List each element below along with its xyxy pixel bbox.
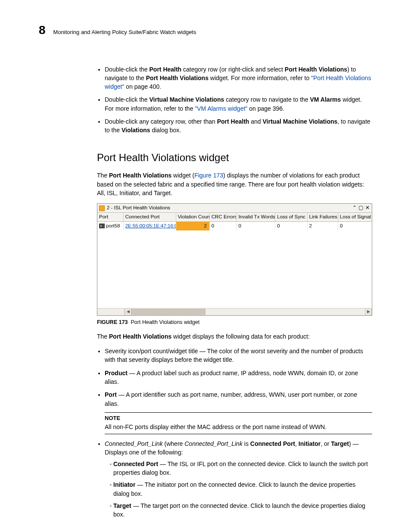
bullet-other-violations: Double-click any category row, other tha…	[105, 117, 372, 135]
running-title: Monitoring and Alerting Policy Suite/Fab…	[53, 28, 196, 37]
maximize-icon[interactable]: ▢	[358, 205, 364, 211]
cell-lf: 2	[308, 222, 338, 230]
widget-column-headers: Port Connected Port Violation Count CRC …	[97, 213, 372, 222]
bullet-vm-violations: Double-click the Virtual Machine Violati…	[105, 95, 372, 113]
intro-bullets: Double-click the Port Health category ro…	[97, 65, 372, 135]
switch-icon	[99, 224, 105, 228]
col-loss-signal[interactable]: Loss of Signal	[338, 213, 372, 221]
phv-widget: 2 - ISL Port Health Violations ⌃ ▢ ✕ Por…	[97, 203, 372, 315]
cell-crc: 0	[210, 222, 237, 230]
cell-connected-port[interactable]: 2E:55:00:05:1E:47:16:00	[124, 222, 176, 230]
page-header: 8 Monitoring and Alerting Policy Suite/F…	[39, 22, 372, 39]
cell-port: port58	[97, 222, 124, 230]
scroll-thumb[interactable]	[131, 309, 206, 315]
col-link-failures[interactable]: Link Failures	[308, 213, 338, 221]
widget-desc-paragraph: The Port Health Violations widget displa…	[97, 332, 372, 341]
note-text: All non-FC ports display either the MAC …	[105, 423, 372, 431]
h-scrollbar[interactable]: ◀ ▶	[97, 308, 372, 315]
widget-empty-area	[97, 230, 372, 308]
close-icon[interactable]: ✕	[364, 205, 370, 211]
bullet-port: Port — A port identifier such as port na…	[105, 390, 372, 434]
cell-lsg: 0	[338, 222, 372, 230]
sub-bullets: Connected Port — The ISL or IFL port on …	[105, 460, 372, 519]
col-connected-port[interactable]: Connected Port	[124, 213, 176, 221]
note-label: NOTE	[105, 414, 372, 423]
sub-initiator: Initiator — The initiator port on the co…	[113, 480, 372, 498]
sub-target: Target — The target port on the connecte…	[113, 501, 372, 519]
widget-title-text: 2 - ISL Port Health Violations	[107, 205, 352, 211]
field-bullets: Severity icon/port count/widget title — …	[97, 347, 372, 519]
link-figure-173[interactable]: Figure 173	[194, 172, 223, 179]
scroll-right-icon[interactable]: ▶	[365, 308, 372, 315]
note-box: NOTE All non-FC ports display either the…	[105, 412, 372, 434]
col-invalid-tx[interactable]: Invalid Tx Words	[237, 213, 275, 221]
widget-titlebar: 2 - ISL Port Health Violations ⌃ ▢ ✕	[97, 204, 372, 213]
col-loss-sync[interactable]: Loss of Sync	[275, 213, 307, 221]
table-row[interactable]: port58 2E:55:00:05:1E:47:16:00 2 0 0 0 2…	[97, 222, 372, 230]
sub-connected-port: Connected Port — The ISL or IFL port on …	[113, 460, 372, 477]
bullet-connected-port-link: Connected_Port_Link (where Connected_Por…	[105, 439, 372, 519]
scroll-left-icon[interactable]: ◀	[125, 308, 131, 315]
link-vm-alarms[interactable]: "VM Alarms widget"	[195, 105, 247, 112]
section-heading: Port Health Violations widget	[97, 150, 372, 165]
severity-icon	[99, 205, 105, 211]
collapse-icon[interactable]: ⌃	[352, 205, 357, 211]
cell-violation-count: 2	[176, 222, 210, 230]
bullet-severity: Severity icon/port count/widget title — …	[105, 347, 372, 364]
col-violation-count[interactable]: Violation Count	[176, 213, 210, 221]
bullet-product: Product — A product label such as produc…	[105, 369, 372, 386]
cell-itw: 0	[237, 222, 275, 230]
col-crc-errors[interactable]: CRC Errors	[210, 213, 237, 221]
figure-caption: FIGURE 173 Port Health Violations widget	[97, 318, 372, 326]
intro-paragraph: The Port Health Violations widget (Figur…	[97, 171, 372, 197]
bullet-port-health: Double-click the Port Health category ro…	[105, 65, 372, 91]
cell-los: 0	[275, 222, 307, 230]
col-port[interactable]: Port	[97, 213, 124, 221]
chapter-number: 8	[39, 22, 46, 39]
